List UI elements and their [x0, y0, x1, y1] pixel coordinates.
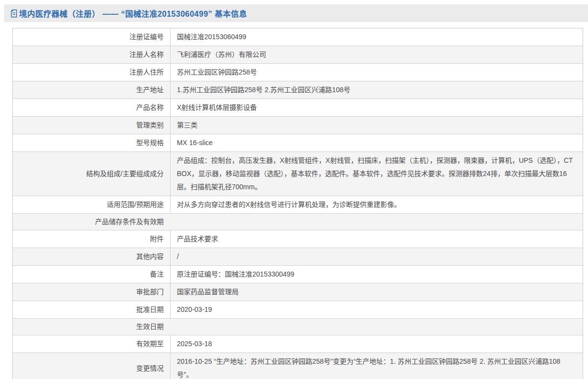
row-value: 第三类 — [170, 117, 583, 134]
row-label-text: 备注 — [150, 268, 164, 281]
row-label: 生效日期 — [13, 319, 170, 335]
row-label-text: 其他内容 — [136, 250, 164, 263]
row-label-text: 注册证编号 — [129, 30, 164, 44]
row-label: 有效期至 — [13, 335, 170, 353]
row-value: 飞利浦医疗（苏州）有限公司 — [170, 46, 583, 63]
row-value: 国械注准20153060499 — [170, 28, 583, 46]
row-label: 注册人住所 — [13, 64, 170, 81]
table-row: 批准日期 2020-03-19 — [13, 301, 583, 318]
row-label-text: 有效期至 — [136, 337, 164, 351]
row-label: 适用范围/预期用途 — [13, 196, 170, 213]
table-row: 注册人住所 苏州工业园区钟园路258号 — [13, 63, 583, 81]
row-label: 变更情况 — [13, 353, 170, 379]
row-label-text: 注册人住所 — [129, 66, 164, 79]
row-label-text: 适用范围/预期用途 — [107, 198, 164, 211]
row-value: 2016-10-25 “生产地址：苏州工业园区钟园路258号”变更为“生产地址：… — [170, 353, 583, 379]
page-header-band: 境内医疗器械（注册） —— “国械注准20153060499” 基本信息 — [4, 4, 588, 22]
row-label: 生产地址 — [13, 81, 170, 99]
table-row: 审批部门 国家药品监督管理局 — [13, 283, 583, 301]
row-label: 产品名称 — [13, 99, 170, 116]
table-row: 注册证编号 国械注准20153060499 — [13, 28, 583, 46]
row-label-text: 生效日期 — [136, 320, 164, 333]
row-value: 苏州工业园区钟园路258号 — [170, 64, 583, 81]
row-label-text: 产品储存条件及有效期 — [95, 215, 164, 228]
row-value: 产品技术要求 — [170, 230, 583, 248]
row-label: 注册证编号 — [13, 28, 170, 46]
info-table: 注册证编号 国械注准20153060499 注册人名称 飞利浦医疗（苏州）有限公… — [12, 28, 583, 379]
row-value: 产品组成：控制台，高压发生器，X射线管组件，X射线管，扫描床，扫描架（主机），探… — [170, 152, 583, 196]
row-label-text: 结构及组成/主要组成成分 — [86, 167, 164, 180]
table-row: 生产地址 1.苏州工业园区钟园路258号 2.苏州工业园区兴浦路108号 — [13, 81, 583, 99]
table-row: 生效日期 — [13, 318, 583, 335]
row-value: 2020-03-19 — [170, 301, 583, 318]
row-label-text: 型号规格 — [136, 136, 164, 150]
row-label: 其他内容 — [13, 248, 170, 265]
table-row: 结构及组成/主要组成成分 产品组成：控制台，高压发生器，X射线管组件，X射线管，… — [13, 152, 583, 196]
row-label: 管理类别 — [13, 117, 170, 134]
row-label: 注册人名称 — [13, 46, 170, 63]
row-label: 结构及组成/主要组成成分 — [13, 152, 170, 196]
row-label: 附件 — [13, 230, 170, 248]
table-row: 产品名称 X射线计算机体层摄影设备 — [13, 99, 583, 116]
row-value: / — [170, 248, 583, 265]
table-row: 型号规格 MX 16-slice — [13, 134, 583, 152]
row-label: 审批部门 — [13, 283, 170, 301]
row-value — [170, 319, 583, 335]
row-value: X射线计算机体层摄影设备 — [170, 99, 583, 116]
row-value: 2025-03-18 — [170, 335, 583, 353]
table-row: 附件 产品技术要求 — [13, 230, 583, 248]
table-row: 管理类别 第三类 — [13, 116, 583, 134]
table-row: 注册人名称 飞利浦医疗（苏州）有限公司 — [13, 46, 583, 63]
row-label-text: 批准日期 — [136, 303, 164, 316]
row-label-text: 附件 — [150, 232, 164, 246]
row-label-text: 产品名称 — [136, 101, 164, 114]
row-label: 型号规格 — [13, 134, 170, 152]
row-value: 原注册证编号：国械注准20153300499 — [170, 266, 583, 283]
row-label-text: 管理类别 — [136, 119, 164, 132]
page-title: 境内医疗器械（注册） —— “国械注准20153060499” 基本信息 — [19, 7, 247, 19]
row-value: MX 16-slice — [170, 134, 583, 152]
row-label-text: 审批部门 — [136, 285, 164, 299]
row-value: 对从多方向穿过患者的X射线信号进行计算机处理，为诊断提供重建影像。 — [170, 196, 583, 213]
table-row: 产品储存条件及有效期 — [13, 213, 583, 230]
table-row: 有效期至 2025-03-18 — [13, 335, 583, 353]
document-icon — [10, 9, 18, 18]
row-label-text: 变更情况 — [136, 362, 164, 375]
row-value — [170, 214, 583, 230]
row-value: 国家药品监督管理局 — [170, 283, 583, 301]
row-label: 产品储存条件及有效期 — [13, 214, 170, 230]
row-label-text: 注册人名称 — [129, 48, 164, 61]
row-label: 备注 — [13, 266, 170, 283]
row-label-text: 生产地址 — [136, 83, 164, 97]
row-value: 1.苏州工业园区钟园路258号 2.苏州工业园区兴浦路108号 — [170, 81, 583, 99]
table-row: 其他内容 / — [13, 248, 583, 265]
table-row: 备注 原注册证编号：国械注准20153300499 — [13, 265, 583, 283]
table-row: 变更情况 2016-10-25 “生产地址：苏州工业园区钟园路258号”变更为“… — [13, 353, 583, 379]
table-row: 适用范围/预期用途 对从多方向穿过患者的X射线信号进行计算机处理，为诊断提供重建… — [13, 196, 583, 213]
row-label: 批准日期 — [13, 301, 170, 318]
